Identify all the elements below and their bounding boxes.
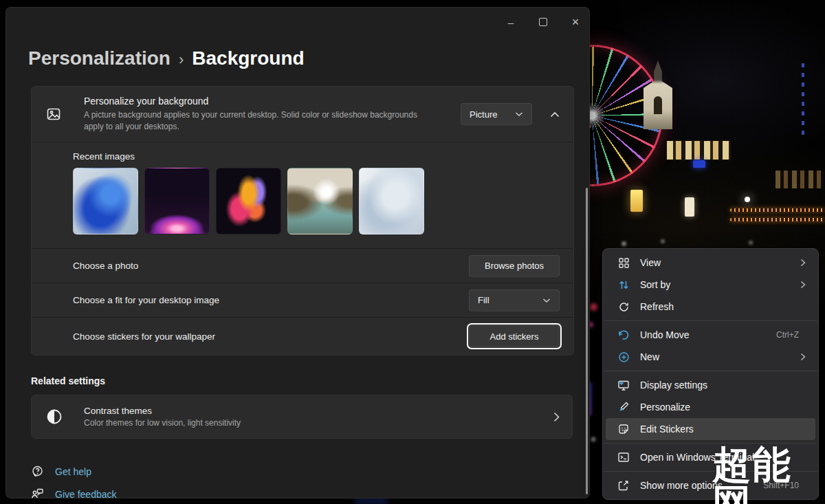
page-title: Background bbox=[192, 47, 304, 69]
new-plus-icon bbox=[617, 350, 630, 364]
recent-images-row bbox=[73, 168, 560, 234]
screen: – × Personalization › Background bbox=[0, 0, 825, 504]
dim-building-windows bbox=[776, 171, 824, 188]
recent-image-thumbnail-river-sunrise[interactable] bbox=[287, 168, 353, 234]
yellow-lit-sign bbox=[630, 190, 643, 212]
bokeh-light-white bbox=[591, 437, 595, 441]
view-grid-icon bbox=[617, 256, 630, 270]
minimize-icon: – bbox=[508, 17, 514, 28]
help-icon bbox=[31, 465, 44, 478]
small-light bbox=[622, 242, 626, 245]
terminal-icon bbox=[617, 450, 630, 464]
display-settings-icon bbox=[617, 378, 630, 392]
refresh-icon bbox=[617, 300, 630, 314]
add-stickers-button[interactable]: Add stickers bbox=[469, 325, 560, 347]
fit-dropdown-value: Fill bbox=[478, 295, 490, 305]
watermark-text: 超能网 bbox=[712, 446, 825, 504]
image-icon bbox=[45, 106, 62, 122]
menu-item-undo-move[interactable]: Undo Move Ctrl+Z bbox=[606, 324, 815, 346]
minimize-button[interactable]: – bbox=[496, 12, 526, 32]
sort-arrows-icon bbox=[617, 278, 630, 292]
breadcrumb-separator-icon: › bbox=[179, 49, 184, 69]
string-lights-row bbox=[730, 208, 825, 212]
menu-separator bbox=[604, 371, 817, 371]
submenu-chevron-icon bbox=[800, 281, 808, 289]
edit-stickers-icon bbox=[617, 422, 630, 436]
menu-shortcut: Ctrl+Z bbox=[776, 330, 799, 340]
menu-item-personalize[interactable]: Personalize bbox=[606, 396, 815, 418]
white-lit-sign bbox=[685, 197, 694, 217]
menu-item-display-settings[interactable]: Display settings bbox=[606, 374, 815, 396]
feedback-icon bbox=[31, 487, 44, 498]
scrollbar-thumb[interactable] bbox=[586, 188, 588, 494]
menu-item-sort-by[interactable]: Sort by bbox=[606, 274, 815, 296]
chevron-down-icon bbox=[515, 111, 523, 117]
string-lights-row bbox=[730, 218, 825, 221]
menu-item-view[interactable]: View bbox=[606, 252, 815, 274]
string-lights bbox=[730, 207, 825, 225]
row-label: Choose a fit for your desktop image bbox=[73, 295, 469, 305]
card-description: A picture background applies to your cur… bbox=[84, 109, 438, 133]
chevron-down-icon bbox=[542, 298, 551, 303]
taskbar-glow bbox=[355, 498, 388, 503]
row-label: Choose a photo bbox=[73, 261, 469, 271]
close-icon: × bbox=[572, 15, 580, 30]
browse-photos-button[interactable]: Browse photos bbox=[469, 255, 560, 277]
fit-dropdown[interactable]: Fill bbox=[469, 289, 560, 311]
church-tower-window bbox=[654, 96, 662, 114]
show-more-icon bbox=[617, 479, 630, 492]
row-label: Choose stickers for your wallpaper bbox=[73, 331, 469, 342]
chevron-right-icon bbox=[553, 412, 560, 422]
recent-images-label: Recent images bbox=[73, 151, 560, 162]
get-help-link[interactable]: Get help bbox=[31, 465, 91, 478]
menu-separator bbox=[604, 320, 817, 321]
recent-image-thumbnail-abstract-flower[interactable] bbox=[216, 168, 281, 234]
menu-item-refresh[interactable]: Refresh bbox=[606, 296, 815, 318]
breadcrumb: Personalization › Background bbox=[28, 47, 305, 69]
get-help-label: Get help bbox=[55, 466, 91, 477]
choose-photo-row: Choose a photo Browse photos bbox=[32, 248, 573, 283]
contrast-themes-card[interactable]: Contrast themes Color themes for low vis… bbox=[31, 395, 573, 439]
church-tower bbox=[644, 61, 672, 129]
small-light bbox=[661, 240, 664, 243]
blue-building-lights bbox=[802, 63, 804, 135]
lit-building-windows bbox=[666, 140, 732, 161]
contrast-icon bbox=[45, 408, 63, 426]
card-title: Personalize your background bbox=[84, 96, 450, 107]
expander-collapse-button[interactable] bbox=[549, 108, 561, 120]
submenu-chevron-icon bbox=[800, 259, 808, 267]
recent-image-thumbnail-bloom-blue[interactable] bbox=[73, 168, 138, 234]
menu-item-new[interactable]: New bbox=[606, 346, 815, 368]
maximize-icon bbox=[539, 18, 547, 26]
background-card-header[interactable]: Personalize your background A picture ba… bbox=[32, 87, 573, 142]
personalize-brush-icon bbox=[617, 400, 630, 414]
give-feedback-label: Give feedback bbox=[55, 489, 117, 499]
chevron-up-icon bbox=[550, 111, 560, 118]
bokeh-light-red bbox=[590, 303, 597, 311]
recent-image-thumbnail-purple-glow[interactable] bbox=[144, 168, 210, 234]
settings-window: – × Personalization › Background bbox=[6, 7, 590, 498]
undo-icon bbox=[617, 328, 630, 342]
contrast-themes-description: Color themes for low vision, light sensi… bbox=[84, 418, 553, 428]
related-settings-heading: Related settings bbox=[31, 375, 105, 386]
street-lamp-light bbox=[745, 197, 750, 202]
maximize-button[interactable] bbox=[528, 12, 558, 32]
recent-image-thumbnail-bloom-light[interactable] bbox=[359, 168, 424, 234]
choose-fit-row: Choose a fit for your desktop image Fill bbox=[32, 283, 573, 317]
background-card: Personalize your background A picture ba… bbox=[31, 86, 574, 355]
small-light bbox=[749, 241, 752, 244]
give-feedback-link[interactable]: Give feedback bbox=[31, 487, 117, 498]
menu-item-edit-stickers[interactable]: Edit Stickers bbox=[606, 418, 815, 440]
breadcrumb-parent[interactable]: Personalization bbox=[28, 47, 170, 69]
blue-neon-sign bbox=[693, 160, 705, 168]
choose-stickers-row: Choose stickers for your wallpaper Add s… bbox=[32, 317, 573, 355]
background-type-dropdown[interactable]: Picture bbox=[461, 103, 532, 125]
contrast-themes-title: Contrast themes bbox=[84, 406, 553, 416]
recent-images-section: Recent images bbox=[32, 142, 573, 248]
submenu-chevron-icon bbox=[800, 353, 808, 361]
background-type-value: Picture bbox=[470, 109, 497, 120]
close-button[interactable]: × bbox=[560, 12, 590, 32]
